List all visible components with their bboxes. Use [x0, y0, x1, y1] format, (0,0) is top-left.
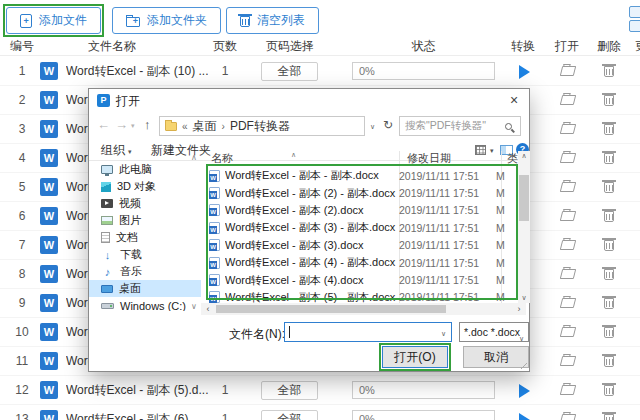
open-folder-icon[interactable] — [560, 269, 576, 279]
delete-trash-icon[interactable] — [604, 124, 614, 135]
convert-play-button[interactable] — [519, 384, 530, 398]
filename-dropdown-icon[interactable]: ∨ — [441, 330, 446, 338]
delete-trash-icon[interactable] — [604, 269, 614, 280]
sidebar-item[interactable]: 文档 — [89, 229, 201, 246]
sidebar-item-icon: ♪ — [101, 265, 114, 278]
delete-trash-icon[interactable] — [604, 414, 614, 420]
back-arrow-icon[interactable]: ← — [97, 117, 110, 132]
delete-trash-icon[interactable] — [604, 211, 614, 222]
list-col-date[interactable]: 修改日期 — [407, 151, 451, 166]
delete-trash-icon[interactable] — [604, 95, 614, 106]
sidebar-item[interactable]: ♪ 音乐 — [89, 263, 201, 280]
file-list-item[interactable]: Word转Excel - 副本 (4) - 副本.docx 2019/11/11… — [201, 254, 530, 271]
open-button[interactable]: 打开(O) — [382, 346, 448, 368]
page-select-button[interactable]: 全部 — [261, 410, 318, 420]
scroll-right-icon[interactable]: › — [513, 303, 525, 315]
up-arrow-icon[interactable]: ↑ — [144, 117, 151, 132]
page-select-button[interactable]: 全部 — [261, 62, 318, 81]
file-table-header: 编号 文件名称 页数 页码选择 状态 转换 打开 删除 更 — [0, 38, 640, 56]
file-list-item[interactable]: Word转Excel - 副本 (4).docx 2019/11/11 17:5… — [201, 271, 530, 288]
forward-arrow-icon[interactable]: → — [115, 117, 128, 132]
file-list-item[interactable]: Word转Excel - 副本 (3) - 副本.docx 2019/11/11… — [201, 219, 530, 236]
filename-input[interactable]: ∨ — [284, 322, 452, 342]
history-caret-icon[interactable]: ▾ — [131, 122, 135, 130]
delete-trash-icon[interactable] — [604, 182, 614, 193]
file-type-filter-select[interactable]: *.doc *.docx ∨ — [459, 322, 529, 342]
address-dropdown-icon[interactable]: ∨ — [370, 123, 375, 131]
file-list-item[interactable]: Word转Excel - 副本 (2) - 副本.docx 2019/11/11… — [201, 184, 530, 201]
sidebar-item[interactable]: 视频 — [89, 195, 201, 212]
word-file-icon: W — [40, 381, 58, 399]
breadcrumb-pdf-converter[interactable]: PDF转换器 — [230, 118, 290, 135]
list-col-type-clipped[interactable]: 类 — [507, 151, 518, 166]
sidebar-item-label: 下载 — [120, 247, 142, 262]
sidebar-item[interactable]: 桌面 — [89, 280, 201, 297]
col-header-open: 打开 — [549, 38, 585, 55]
file-date-modified: 2019/11/11 17:51 — [399, 274, 496, 286]
row-number: 11 — [8, 347, 36, 376]
scroll-left-icon[interactable]: ‹ — [202, 303, 214, 315]
dialog-title: 打开 — [116, 89, 140, 113]
row-file-name: Word转Excel - 副本 (5).d... — [66, 376, 208, 405]
open-folder-icon[interactable] — [560, 327, 576, 337]
delete-trash-icon[interactable] — [604, 356, 614, 367]
open-folder-icon[interactable] — [560, 153, 576, 163]
clipped-button-bottom[interactable] — [629, 20, 640, 32]
row-file-name: Word转Excel - 副本 (10) ... — [66, 57, 208, 86]
delete-trash-icon[interactable] — [604, 66, 614, 77]
open-folder-icon[interactable] — [560, 124, 576, 134]
open-folder-icon[interactable] — [560, 240, 576, 250]
row-number: 5 — [8, 173, 36, 202]
page-select-button[interactable]: 全部 — [261, 381, 318, 400]
add-folder-button[interactable]: 添加文件夹 — [112, 7, 221, 34]
dialog-titlebar[interactable]: P 打开 × — [89, 89, 529, 113]
resize-grip[interactable] — [521, 363, 527, 369]
delete-trash-icon[interactable] — [604, 153, 614, 164]
sidebar-item[interactable]: 此电脑 — [89, 161, 201, 178]
convert-play-button[interactable] — [519, 65, 530, 79]
delete-trash-icon[interactable] — [604, 385, 614, 396]
sidebar-item[interactable]: ↓ 下载 — [89, 246, 201, 263]
clipped-button-top[interactable] — [629, 6, 640, 18]
open-folder-icon[interactable] — [560, 298, 576, 308]
search-input[interactable]: 搜索"PDF转换器" — [399, 116, 521, 136]
row-number: 13 — [8, 405, 36, 420]
sidebar-item[interactable]: 3D 对象 — [89, 178, 201, 195]
open-folder-icon[interactable] — [560, 414, 576, 420]
add-file-button[interactable]: 添加文件 — [6, 7, 101, 34]
open-folder-icon[interactable] — [560, 385, 576, 395]
open-folder-icon[interactable] — [560, 95, 576, 105]
cancel-button[interactable]: 取消 — [463, 346, 529, 368]
breadcrumb[interactable]: « 桌面 › PDF转换器 — [159, 116, 365, 136]
sidebar-scroll-up-icon[interactable]: ∧ — [191, 153, 197, 162]
vertical-scrollbar-thumb[interactable] — [519, 175, 529, 221]
open-folder-icon[interactable] — [560, 182, 576, 192]
sidebar-item[interactable]: Windows (C:) — [89, 297, 201, 311]
horizontal-scrollbar[interactable]: ‹ › — [201, 303, 526, 315]
convert-play-button[interactable] — [519, 413, 530, 420]
text-caret — [289, 326, 290, 338]
refresh-icon[interactable]: ↻ — [383, 118, 393, 132]
vertical-scrollbar[interactable]: ∧ ∨ — [518, 151, 530, 303]
close-icon[interactable]: × — [499, 89, 529, 113]
organize-menu[interactable]: 组织▾ — [101, 142, 132, 159]
open-folder-icon[interactable] — [560, 356, 576, 366]
file-list-item[interactable]: Word转Excel - 副本 (3).docx 2019/11/11 17:5… — [201, 237, 530, 254]
file-list-item[interactable]: Word转Excel - 副本 (2).docx 2019/11/11 17:5… — [201, 202, 530, 219]
delete-trash-icon[interactable] — [604, 298, 614, 309]
file-name: Word转Excel - 副本 (3) - 副本.docx — [225, 220, 399, 235]
breadcrumb-desktop[interactable]: 桌面 — [193, 118, 217, 135]
file-list-item[interactable]: Word转Excel - 副本 - 副本.docx 2019/11/11 17:… — [201, 167, 530, 184]
list-col-name[interactable]: 名称 — [211, 151, 233, 166]
open-folder-icon[interactable] — [560, 66, 576, 76]
scroll-up-icon[interactable]: ∧ — [518, 152, 530, 160]
sidebar-item[interactable]: 图片 — [89, 212, 201, 229]
open-folder-icon[interactable] — [560, 211, 576, 221]
horizontal-scrollbar-thumb[interactable] — [216, 305, 446, 313]
sidebar-scroll-down-icon[interactable]: ∨ — [191, 302, 197, 311]
delete-trash-icon[interactable] — [604, 327, 614, 338]
scroll-down-icon[interactable]: ∨ — [518, 294, 530, 302]
clear-list-button[interactable]: 清空列表 — [226, 7, 319, 34]
delete-trash-icon[interactable] — [604, 240, 614, 251]
sidebar-item-label: 桌面 — [119, 281, 141, 296]
